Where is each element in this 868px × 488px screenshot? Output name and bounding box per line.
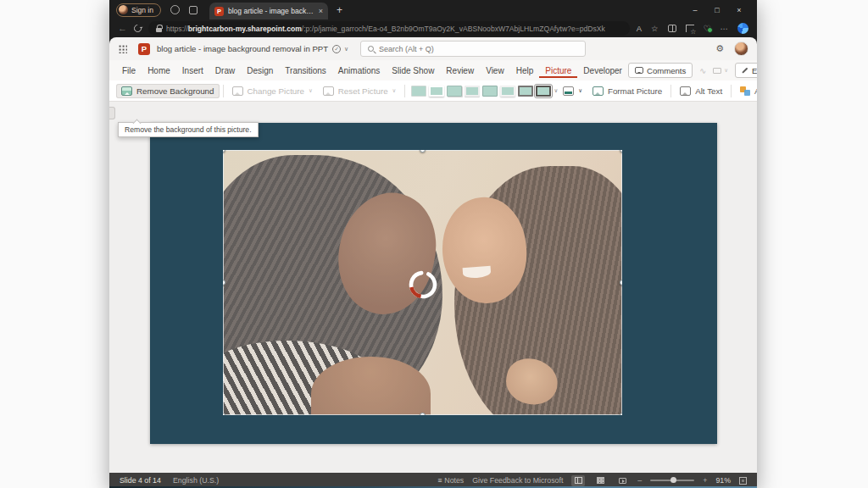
remove-background-button[interactable]: Remove Background xyxy=(116,84,220,98)
url-path: /:p:/p/jamie_garroch/Ea-o4_B2nb9OmT9aOy2… xyxy=(302,25,605,33)
picture-style-swatch-4[interactable] xyxy=(465,86,480,97)
thumbnail-panel-collapsed-tab[interactable] xyxy=(109,107,115,119)
close-button[interactable]: × xyxy=(728,6,750,14)
photo-two-women[interactable] xyxy=(223,150,622,415)
comment-bubble-icon xyxy=(635,67,643,74)
ribbon-tab-file[interactable]: File xyxy=(116,63,142,78)
ribbon-tab-insert[interactable]: Insert xyxy=(176,63,209,78)
format-picture-button[interactable]: Format Picture xyxy=(587,84,667,98)
alt-text-label: Alt Text xyxy=(695,86,722,96)
comments-label: Comments xyxy=(647,66,686,75)
copilot-icon[interactable] xyxy=(737,23,748,34)
remove-background-label: Remove Background xyxy=(136,86,214,96)
arrange-icon xyxy=(740,86,750,96)
powerpoint-app: P blog article - image background remova… xyxy=(109,37,757,488)
picture-style-swatch-3[interactable] xyxy=(447,86,462,97)
editing-mode-button[interactable]: Editing ∨ xyxy=(735,63,757,78)
reset-picture-label: Reset Picture xyxy=(338,86,388,96)
settings-ellipsis-icon[interactable]: ⋯ xyxy=(721,24,729,33)
app-launcher-waffle-icon[interactable] xyxy=(118,44,127,53)
title-chevron-icon[interactable]: ∨ xyxy=(344,46,348,53)
ribbon-tab-developer[interactable]: Developer xyxy=(577,63,628,78)
new-tab-button[interactable]: + xyxy=(337,5,342,15)
resize-handle-bottom-center[interactable] xyxy=(420,413,426,415)
powerpoint-logo[interactable]: P xyxy=(138,43,150,55)
browser-tab-active[interactable]: P blog article - image background × xyxy=(209,3,328,19)
change-picture-button: Change Picture ∨ xyxy=(227,84,318,98)
refresh-icon[interactable] xyxy=(132,23,143,34)
slide-sorter-icon xyxy=(597,477,604,484)
notes-label: Notes xyxy=(444,476,464,485)
favorites-star-icon[interactable]: ☆ xyxy=(651,24,659,33)
ribbon-tab-view[interactable]: View xyxy=(480,63,510,78)
ribbon-tab-slide-show[interactable]: Slide Show xyxy=(386,63,440,78)
minimize-button[interactable]: – xyxy=(684,6,706,14)
ribbon-right-controls: Comments ∿ ∨ Editing ∨ Share xyxy=(628,63,757,78)
ribbon-tab-animations[interactable]: Animations xyxy=(332,63,386,78)
language-indicator[interactable]: English (U.S.) xyxy=(173,476,219,485)
alt-text-button[interactable]: Alt Text xyxy=(675,84,727,98)
split-screen-icon[interactable] xyxy=(668,25,676,32)
resize-handle-middle-right[interactable] xyxy=(620,280,622,286)
read-aloud-icon[interactable]: A xyxy=(637,24,642,33)
arrange-button[interactable]: Arrange ∨ xyxy=(735,84,757,98)
vertical-tabs-icon[interactable] xyxy=(189,6,198,14)
reset-picture-icon xyxy=(323,86,334,96)
pencil-icon xyxy=(742,67,748,74)
slide[interactable] xyxy=(150,123,717,444)
ribbon-tab-home[interactable]: Home xyxy=(142,63,176,78)
picture-style-swatch-1[interactable] xyxy=(411,86,426,97)
back-icon[interactable]: ← xyxy=(118,24,127,33)
editor-canvas xyxy=(109,102,757,473)
resize-handle-bottom-right[interactable] xyxy=(620,413,622,415)
sign-in-avatar xyxy=(119,5,128,14)
picture-border-button[interactable]: ∨ xyxy=(558,84,587,98)
ribbon-tab-design[interactable]: Design xyxy=(241,63,279,78)
picture-border-icon xyxy=(563,86,574,96)
maximize-button[interactable]: □ xyxy=(706,6,728,14)
fit-to-window-icon[interactable] xyxy=(739,477,747,485)
zoom-out-icon[interactable]: – xyxy=(637,476,642,485)
sign-in-label: Sign in xyxy=(131,6,153,14)
zoom-level[interactable]: 91% xyxy=(715,476,731,485)
slideshow-icon xyxy=(619,478,626,484)
app-title-actions: ⚙ xyxy=(715,42,748,56)
picture-style-swatch-5[interactable] xyxy=(482,86,498,97)
settings-gear-icon[interactable]: ⚙ xyxy=(715,43,724,54)
url-box[interactable]: https://brightcarbon-my.sharepoint.com/:… xyxy=(148,21,630,36)
picture-style-swatch-6[interactable] xyxy=(500,86,515,97)
format-picture-icon xyxy=(593,86,604,96)
search-box[interactable]: Search (Alt + Q) xyxy=(360,41,586,57)
picture-style-swatch-2[interactable] xyxy=(429,86,444,97)
slide-counter[interactable]: Slide 4 of 14 xyxy=(120,476,161,485)
ribbon-tab-draw[interactable]: Draw xyxy=(209,63,241,78)
toolbar-divider xyxy=(670,85,671,97)
zoom-in-icon[interactable]: + xyxy=(703,476,707,485)
ribbon-tab-help[interactable]: Help xyxy=(510,63,540,78)
change-picture-label: Change Picture xyxy=(248,86,305,96)
loading-spinner xyxy=(407,269,439,301)
browser-sign-in-button[interactable]: Sign in xyxy=(116,3,161,17)
feedback-link[interactable]: Give Feedback to Microsoft xyxy=(472,476,563,485)
tab-close-icon[interactable]: × xyxy=(319,8,323,15)
browser-essentials-icon[interactable]: ♡ xyxy=(704,24,711,33)
collections-icon[interactable] xyxy=(686,25,694,32)
workspaces-icon[interactable] xyxy=(170,5,180,14)
notes-toggle[interactable]: ≡ Notes xyxy=(437,476,464,485)
view-slideshow-button[interactable] xyxy=(615,475,629,486)
comments-button[interactable]: Comments xyxy=(628,63,693,78)
ribbon-tab-picture[interactable]: Picture xyxy=(539,63,577,78)
document-title[interactable]: blog article - image background removal … xyxy=(157,44,328,53)
view-slide-sorter-button[interactable] xyxy=(593,475,607,486)
account-avatar[interactable] xyxy=(734,42,748,56)
picture-style-swatch-7[interactable] xyxy=(518,86,533,97)
picture-styles-gallery xyxy=(411,86,551,97)
zoom-slider[interactable] xyxy=(650,480,694,481)
ribbon-tab-review[interactable]: Review xyxy=(440,63,480,78)
browser-window: Sign in P blog article - image backgroun… xyxy=(109,0,757,488)
status-bar-right: ≡ Notes Give Feedback to Microsoft – + 9… xyxy=(437,475,747,486)
ribbon-tab-transitions[interactable]: Transitions xyxy=(279,63,332,78)
picture-style-swatch-8-selected[interactable] xyxy=(536,86,551,97)
zoom-slider-thumb[interactable] xyxy=(670,477,676,483)
view-normal-button[interactable] xyxy=(571,475,585,486)
